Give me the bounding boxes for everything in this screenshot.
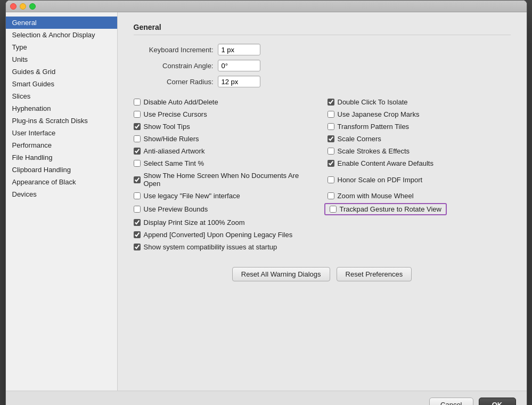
fields-section: Keyboard Increment: Constrain Angle: Cor… <box>134 44 511 87</box>
dialog-body: GeneralSelection & Anchor DisplayTypeUni… <box>6 12 527 391</box>
reset-warnings-button[interactable]: Reset All Warning Dialogs <box>232 267 330 281</box>
checkbox-preview-bounds[interactable] <box>134 206 141 213</box>
sidebar-item-guides-grid[interactable]: Guides & Grid <box>6 66 117 78</box>
checkbox-label-print-size: Display Print Size at 100% Zoom <box>144 218 245 226</box>
checkbox-disable-auto[interactable] <box>134 99 141 106</box>
checkbox-label-home-screen: Show The Home Screen When No Documents A… <box>144 172 317 188</box>
checkbox-row-show-hide-rulers: Show/Hide Rulers <box>134 135 317 143</box>
corner-radius-label: Corner Radius: <box>134 78 214 86</box>
checkbox-row-scale-corners: Scale Corners <box>328 135 511 143</box>
constrain-angle-row: Constrain Angle: <box>134 60 511 71</box>
minimize-button[interactable] <box>20 3 26 10</box>
checkbox-zoom-mouse[interactable] <box>328 192 334 199</box>
ok-button[interactable]: OK <box>479 398 516 405</box>
checkbox-label-trackpad-rotate: Trackpad Gesture to Rotate View <box>340 205 441 213</box>
window-controls <box>10 3 36 10</box>
sidebar-item-performance[interactable]: Performance <box>6 139 117 151</box>
checkbox-row-scale-strokes: Scale Strokes & Effects <box>328 147 511 155</box>
main-content: General Keyboard Increment: Constrain An… <box>118 12 527 391</box>
sidebar-item-general[interactable]: General <box>6 17 117 29</box>
checkbox-show-hide-rulers[interactable] <box>134 135 141 142</box>
keyboard-increment-input[interactable] <box>218 44 260 55</box>
checkbox-row-home-screen: Show The Home Screen When No Documents A… <box>134 172 317 188</box>
checkbox-row-double-click-isolate: Double Click To Isolate <box>328 98 511 106</box>
checkbox-system-compat[interactable] <box>134 244 141 250</box>
checkboxes-section: Disable Auto Add/DeleteDouble Click To I… <box>134 98 511 251</box>
checkbox-scale-corners[interactable] <box>328 135 334 142</box>
constrain-angle-label: Constrain Angle: <box>134 62 214 70</box>
sidebar-item-type[interactable]: Type <box>6 41 117 53</box>
sidebar-item-units[interactable]: Units <box>6 53 117 66</box>
cancel-button[interactable]: Cancel <box>429 398 473 405</box>
checkbox-double-click-isolate[interactable] <box>328 99 334 106</box>
corner-radius-row: Corner Radius: <box>134 76 511 87</box>
checkbox-show-tooltips[interactable] <box>134 123 141 130</box>
keyboard-increment-label: Keyboard Increment: <box>134 46 214 54</box>
sidebar-item-appearance[interactable]: Appearance of Black <box>6 176 117 188</box>
checkbox-label-scale-corners: Scale Corners <box>338 135 381 143</box>
sidebar-item-file-handling[interactable]: File Handling <box>6 151 117 164</box>
checkbox-anti-aliased[interactable] <box>134 148 141 155</box>
checkbox-row-show-tooltips: Show Tool Tips <box>134 123 317 131</box>
sidebar-item-hyphenation[interactable]: Hyphenation <box>6 102 117 115</box>
checkbox-row-anti-aliased: Anti-aliased Artwork <box>134 147 317 155</box>
sidebar-item-smart-guides[interactable]: Smart Guides <box>6 78 117 90</box>
checkbox-label-select-same-tint: Select Same Tint % <box>144 159 204 167</box>
checkbox-row-content-aware: Enable Content Aware Defaults <box>328 159 511 167</box>
reset-preferences-button[interactable]: Reset Preferences <box>337 267 412 281</box>
checkbox-label-precise-cursors: Use Precise Cursors <box>144 110 207 118</box>
sidebar-item-selection-anchor[interactable]: Selection & Anchor Display <box>6 29 117 41</box>
checkbox-row-system-compat: Show system compatibility issues at star… <box>134 243 317 251</box>
checkbox-precise-cursors[interactable] <box>134 111 141 118</box>
checkbox-label-scale-strokes: Scale Strokes & Effects <box>338 147 410 155</box>
checkbox-label-content-aware: Enable Content Aware Defaults <box>338 159 433 167</box>
checkbox-label-anti-aliased: Anti-aliased Artwork <box>144 147 205 155</box>
preferences-dialog: GeneralSelection & Anchor DisplayTypeUni… <box>5 0 527 405</box>
sidebar-item-devices[interactable]: Devices <box>6 188 117 200</box>
sidebar-item-user-interface[interactable]: User Interface <box>6 127 117 139</box>
section-title: General <box>134 23 511 35</box>
sidebar-item-slices[interactable]: Slices <box>6 90 117 102</box>
bottom-buttons: Reset All Warning Dialogs Reset Preferen… <box>134 267 511 281</box>
checkbox-content-aware[interactable] <box>328 160 334 167</box>
checkbox-row-legacy-file-new: Use legacy "File New" interface <box>134 192 317 200</box>
zoom-button[interactable] <box>29 3 36 10</box>
checkbox-label-preview-bounds: Use Preview Bounds <box>144 205 208 213</box>
checkbox-trackpad-rotate[interactable] <box>330 206 337 213</box>
checkbox-legacy-file-new[interactable] <box>134 192 141 199</box>
checkbox-label-append-converted: Append [Converted] Upon Opening Legacy F… <box>144 231 293 239</box>
checkbox-label-show-hide-rulers: Show/Hide Rulers <box>144 135 199 143</box>
checkbox-label-zoom-mouse: Zoom with Mouse Wheel <box>338 192 414 200</box>
checkbox-transform-pattern[interactable] <box>328 123 334 130</box>
checkbox-label-double-click-isolate: Double Click To Isolate <box>338 98 408 106</box>
sidebar-item-plugins[interactable]: Plug-ins & Scratch Disks <box>6 115 117 127</box>
checkbox-row-disable-auto: Disable Auto Add/Delete <box>134 98 317 106</box>
checkbox-label-honor-scale: Honor Scale on PDF Import <box>338 176 423 184</box>
checkbox-append-converted[interactable] <box>134 231 141 238</box>
constrain-angle-input[interactable] <box>218 60 260 71</box>
checkbox-label-transform-pattern: Transform Pattern Tiles <box>338 123 410 131</box>
sidebar: GeneralSelection & Anchor DisplayTypeUni… <box>6 12 118 391</box>
checkbox-scale-strokes[interactable] <box>328 148 334 155</box>
checkbox-row-append-converted: Append [Converted] Upon Opening Legacy F… <box>134 231 317 239</box>
checkbox-label-legacy-file-new: Use legacy "File New" interface <box>144 192 240 200</box>
checkbox-row-preview-bounds: Use Preview Bounds <box>134 204 317 214</box>
checkbox-row-print-size: Display Print Size at 100% Zoom <box>134 218 317 226</box>
keyboard-increment-row: Keyboard Increment: <box>134 44 511 55</box>
checkbox-row-honor-scale: Honor Scale on PDF Import <box>328 172 511 188</box>
checkbox-japanese-crop[interactable] <box>328 111 334 118</box>
checkbox-row-precise-cursors: Use Precise Cursors <box>134 110 317 118</box>
sidebar-item-clipboard[interactable]: Clipboard Handling <box>6 164 117 176</box>
checkbox-row-select-same-tint: Select Same Tint % <box>134 159 317 167</box>
checkbox-row-transform-pattern: Transform Pattern Tiles <box>328 123 511 131</box>
checkbox-print-size[interactable] <box>134 219 141 226</box>
checkbox-label-system-compat: Show system compatibility issues at star… <box>144 243 277 251</box>
checkbox-select-same-tint[interactable] <box>134 160 141 167</box>
checkbox-home-screen[interactable] <box>134 176 141 183</box>
checkbox-label-japanese-crop: Use Japanese Crop Marks <box>338 110 420 118</box>
corner-radius-input[interactable] <box>218 76 260 87</box>
checkbox-honor-scale[interactable] <box>328 176 334 183</box>
checkbox-row-zoom-mouse: Zoom with Mouse Wheel <box>328 192 511 200</box>
checkbox-label-disable-auto: Disable Auto Add/Delete <box>144 98 218 106</box>
close-button[interactable] <box>10 3 17 10</box>
